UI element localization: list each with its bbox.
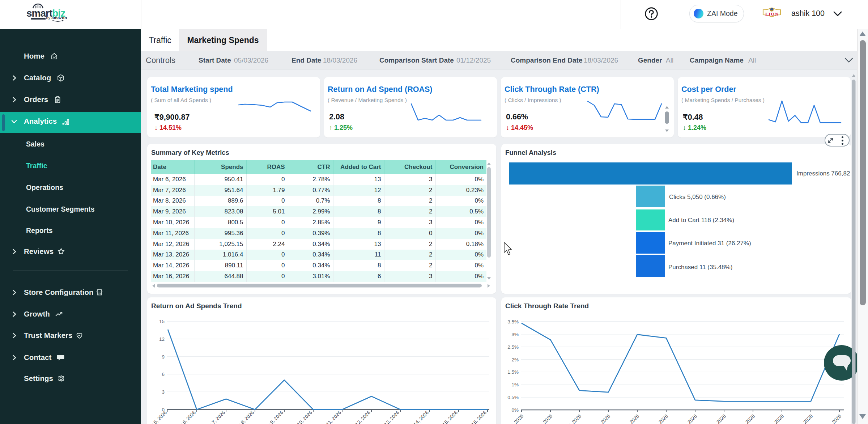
svg-text:2.5%: 2.5% xyxy=(507,344,519,350)
svg-text:0.5%: 0.5% xyxy=(507,395,519,400)
svg-text:Mar 9, 2026: Mar 9, 2026 xyxy=(618,414,641,424)
svg-text:1.5%: 1.5% xyxy=(507,369,519,375)
svg-text:Mar 13, 2026: Mar 13, 2026 xyxy=(376,410,400,424)
svg-text:Mar 6, 2026: Mar 6, 2026 xyxy=(175,410,197,424)
svg-text:Mar 5, 2026: Mar 5, 2026 xyxy=(147,410,168,424)
svg-text:1%: 1% xyxy=(511,382,519,387)
svg-text:6: 6 xyxy=(162,372,165,377)
svg-text:Mar 14, 2026: Mar 14, 2026 xyxy=(405,410,430,424)
svg-text:Mar 10, 2026: Mar 10, 2026 xyxy=(289,410,313,424)
svg-text:9: 9 xyxy=(162,354,165,360)
svg-text:3.5%: 3.5% xyxy=(507,319,519,325)
svg-text:2%: 2% xyxy=(511,357,519,362)
svg-text:Mar 6, 2026: Mar 6, 2026 xyxy=(531,414,554,424)
svg-text:Mar 8, 2026: Mar 8, 2026 xyxy=(233,410,255,424)
svg-text:Mar 9, 2026: Mar 9, 2026 xyxy=(262,410,285,424)
svg-text:Mar 5, 2026: Mar 5, 2026 xyxy=(502,414,525,424)
svg-text:Mar 14, 2026: Mar 14, 2026 xyxy=(761,414,785,424)
svg-text:Mar 12, 2026: Mar 12, 2026 xyxy=(347,410,371,424)
svg-text:Mar 16, 2026: Mar 16, 2026 xyxy=(463,410,488,424)
svg-text:12: 12 xyxy=(159,336,165,342)
svg-text:3%: 3% xyxy=(511,332,519,337)
svg-text:Mar 7, 2026: Mar 7, 2026 xyxy=(560,414,583,424)
svg-text:15: 15 xyxy=(159,319,165,324)
svg-text:Mar 10, 2026: Mar 10, 2026 xyxy=(645,414,669,424)
svg-text:3: 3 xyxy=(162,389,165,395)
svg-text:Mar 7, 2026: Mar 7, 2026 xyxy=(204,410,226,424)
svg-text:Mar 16, 2026: Mar 16, 2026 xyxy=(818,414,842,424)
svg-text:LION: LION xyxy=(765,11,779,17)
svg-text:Mar 11, 2026: Mar 11, 2026 xyxy=(674,414,698,424)
svg-text:0%: 0% xyxy=(511,407,519,413)
svg-text:Mar 15, 2026: Mar 15, 2026 xyxy=(790,414,814,424)
svg-text:Mar 8, 2026: Mar 8, 2026 xyxy=(589,414,612,424)
svg-text:Mar 13, 2026: Mar 13, 2026 xyxy=(732,414,756,424)
svg-text:Mar 15, 2026: Mar 15, 2026 xyxy=(434,410,459,424)
svg-text:Mar 12, 2026: Mar 12, 2026 xyxy=(703,414,727,424)
svg-text:Mar 11, 2026: Mar 11, 2026 xyxy=(318,410,342,424)
